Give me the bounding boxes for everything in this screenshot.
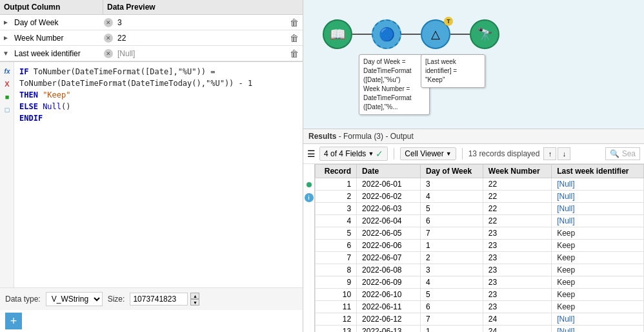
table-row: 92022-06-09423Keep bbox=[316, 276, 644, 289]
delete-dow[interactable]: 🗑 bbox=[290, 17, 299, 28]
workflow-nodes: 📖 🔵 Day of Week =DateTimeFormat([Date],"… bbox=[323, 19, 499, 49]
cell-dow: 1 bbox=[420, 240, 483, 252]
workflow-node-formula[interactable]: 🔵 Day of Week =DateTimeFormat([Date],"%u… bbox=[372, 19, 401, 49]
cell-date: 2022-06-03 bbox=[357, 203, 421, 215]
expand-lwi[interactable]: ▼ bbox=[0, 50, 12, 57]
table-row: 42022-06-04622[Null] bbox=[316, 215, 644, 227]
cell-record: 3 bbox=[316, 203, 357, 215]
cell-lwi: [Null] bbox=[552, 215, 644, 227]
spinner-down[interactable]: ▼ bbox=[190, 299, 199, 306]
delete-wn[interactable]: 🗑 bbox=[290, 33, 299, 43]
size-input[interactable] bbox=[130, 293, 188, 306]
cell-lwi: Keep bbox=[552, 301, 644, 313]
output-table: Output Column Data Preview ► Day of Week… bbox=[0, 0, 303, 62]
cell-wn: 22 bbox=[483, 203, 551, 215]
spinner-up[interactable]: ▲ bbox=[190, 293, 199, 299]
add-field-button[interactable]: + bbox=[5, 313, 22, 329]
cell-date: 2022-06-06 bbox=[357, 240, 421, 252]
cell-date: 2022-06-09 bbox=[357, 276, 421, 289]
cell-wn: 24 bbox=[483, 326, 551, 333]
sort-buttons: ↑ ↓ bbox=[543, 147, 570, 160]
table-row: 22022-06-02422[Null] bbox=[316, 191, 644, 203]
datatype-select[interactable]: V_WString bbox=[46, 292, 103, 306]
th-wn: Week Number bbox=[483, 165, 551, 178]
cell-lwi: Keep bbox=[552, 227, 644, 240]
table-row: 112022-06-11623Keep bbox=[316, 301, 644, 313]
indicator-green bbox=[303, 178, 314, 191]
cell-record: 13 bbox=[316, 326, 357, 333]
formula-node-circle: 🔵 bbox=[372, 19, 401, 49]
cell-lwi: Keep bbox=[552, 240, 644, 252]
fields-chevron: ▼ bbox=[368, 150, 374, 157]
output-row-lwi: ▼ Last week identifier ✕ [Null] 🗑 bbox=[0, 46, 303, 61]
expand-dow[interactable]: ► bbox=[0, 19, 12, 26]
records-info: 13 13 records displayedrecords displayed bbox=[468, 149, 540, 158]
cell-record: 10 bbox=[316, 289, 357, 301]
cell-dow: 3 bbox=[420, 178, 483, 191]
search-area[interactable]: 🔍 Sea bbox=[605, 147, 640, 160]
table-row: 132022-06-13124[Null] bbox=[316, 326, 644, 333]
fields-label: 4 of 4 Fields bbox=[324, 149, 366, 158]
output-row-wn: ► Week Number ✕ 22 🗑 bbox=[0, 30, 303, 46]
formula-text-area[interactable]: IF ToNumber(DateTimeFormat([Date],"%U"))… bbox=[14, 62, 303, 287]
fields-button[interactable]: 4 of 4 Fields ▼ ✓ bbox=[319, 147, 388, 161]
x-function-icon[interactable]: Χ bbox=[0, 78, 14, 90]
cell-dow: 7 bbox=[420, 227, 483, 240]
cell-wn: 23 bbox=[483, 301, 551, 313]
delete-lwi[interactable]: 🗑 bbox=[290, 48, 299, 59]
results-header: Results - Formula (3) - Output bbox=[303, 129, 644, 144]
cell-dow: 2 bbox=[420, 252, 483, 264]
cell-dow: 5 bbox=[420, 289, 483, 301]
search-placeholder: Sea bbox=[622, 149, 636, 158]
workflow-node-browse[interactable]: 🔭 bbox=[470, 19, 499, 49]
results-tbody: 12022-06-01322[Null]22022-06-02422[Null]… bbox=[316, 178, 644, 333]
left-panel: Output Column Data Preview ► Day of Week… bbox=[0, 0, 303, 332]
cell-date: 2022-06-12 bbox=[357, 313, 421, 326]
cell-wn: 23 bbox=[483, 227, 551, 240]
cell-dow: 7 bbox=[420, 313, 483, 326]
cell-date: 2022-06-10 bbox=[357, 289, 421, 301]
table-row: 52022-06-05723Keep bbox=[316, 227, 644, 240]
book-node-circle: 📖 bbox=[323, 19, 352, 49]
indicator-header-spacer bbox=[303, 164, 314, 178]
row-x-wn[interactable]: ✕ bbox=[102, 33, 115, 43]
workflow-node-filter[interactable]: △ T [Last weekidentifier] ="Keep" bbox=[421, 19, 450, 49]
workflow-node-book[interactable]: 📖 bbox=[323, 19, 352, 49]
cell-record: 7 bbox=[316, 252, 357, 264]
cell-wn: 22 bbox=[483, 191, 551, 203]
table-container: i Record Date Day of Week Week Number La… bbox=[303, 164, 644, 332]
blue-sq-icon[interactable]: □ bbox=[0, 103, 14, 116]
cell-record: 2 bbox=[316, 191, 357, 203]
cell-date: 2022-06-04 bbox=[357, 215, 421, 227]
cell-record: 5 bbox=[316, 227, 357, 240]
cell-dow: 4 bbox=[420, 276, 483, 289]
output-table-header: Output Column Data Preview bbox=[0, 0, 303, 15]
connector-3 bbox=[450, 34, 470, 35]
green-block-icon[interactable]: ■ bbox=[0, 90, 14, 103]
results-panel: Results - Formula (3) - Output ☰ 4 of 4 … bbox=[303, 129, 644, 332]
data-preview-header: Data Preview bbox=[103, 0, 159, 14]
cell-wn: 22 bbox=[483, 178, 551, 191]
th-lwi: Last week identifier bbox=[552, 165, 644, 178]
th-record: Record bbox=[316, 165, 357, 178]
output-row-dow: ► Day of Week ✕ 3 🗑 bbox=[0, 15, 303, 30]
cell-dow: 1 bbox=[420, 326, 483, 333]
row-value-dow: 3 bbox=[115, 17, 290, 28]
row-x-lwi[interactable]: ✕ bbox=[102, 48, 115, 58]
sort-up-button[interactable]: ↑ bbox=[543, 147, 556, 160]
cell-record: 6 bbox=[316, 240, 357, 252]
formula-editor: fx Χ ■ □ IF ToNumber(DateTimeFormat([Dat… bbox=[0, 62, 303, 310]
cell-viewer-button[interactable]: Cell Viewer ▼ bbox=[400, 147, 456, 160]
fx-icon[interactable]: fx bbox=[0, 65, 14, 78]
formula-lines: fx Χ ■ □ IF ToNumber(DateTimeFormat([Dat… bbox=[0, 62, 303, 287]
cell-wn: 23 bbox=[483, 289, 551, 301]
row-x-dow[interactable]: ✕ bbox=[102, 17, 115, 27]
row-label-dow: Day of Week bbox=[12, 17, 102, 28]
workflow-canvas: 📖 🔵 Day of Week =DateTimeFormat([Date],"… bbox=[303, 0, 644, 129]
expand-wn[interactable]: ► bbox=[0, 34, 12, 41]
sort-down-button[interactable]: ↓ bbox=[558, 147, 570, 160]
cell-viewer-chevron: ▼ bbox=[446, 150, 452, 157]
cell-wn: 23 bbox=[483, 240, 551, 252]
hamburger-icon[interactable]: ☰ bbox=[307, 149, 316, 159]
cell-lwi: Keep bbox=[552, 289, 644, 301]
